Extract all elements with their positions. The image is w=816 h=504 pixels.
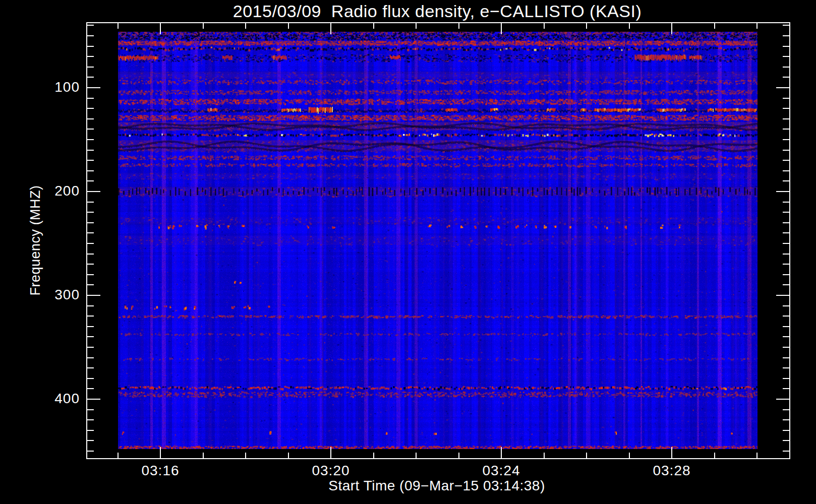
- axis-tick: [783, 347, 789, 348]
- axis-tick: [783, 232, 789, 233]
- axis-tick: [783, 243, 789, 244]
- axis-tick: [87, 98, 94, 99]
- axis-tick: [87, 336, 94, 337]
- axis-tick: [87, 56, 94, 57]
- axis-tick: [87, 118, 94, 119]
- axis-tick: [87, 316, 94, 317]
- axis-tick: [87, 388, 94, 389]
- axis-tick: [776, 295, 789, 296]
- axis-tick: [87, 180, 94, 181]
- axis-tick: [416, 23, 417, 29]
- axis-tick: [87, 243, 94, 244]
- axis-tick: [87, 150, 94, 151]
- axis-tick: [87, 440, 94, 441]
- axis-tick: [501, 23, 502, 34]
- axis-tick: [714, 23, 715, 29]
- axis-tick: [87, 67, 94, 68]
- axis-tick: [87, 264, 94, 265]
- axis-tick: [288, 23, 289, 29]
- axis-tick: [783, 222, 789, 223]
- axis-tick: [87, 25, 94, 26]
- axis-tick: [783, 150, 789, 151]
- axis-tick: [87, 108, 94, 109]
- axis-tick: [458, 23, 459, 29]
- axis-tick: [118, 453, 119, 458]
- x-tick-label-0324: 03:24: [463, 463, 539, 479]
- axis-tick: [87, 35, 94, 36]
- axis-tick: [783, 25, 789, 26]
- axis-tick: [586, 23, 587, 29]
- axis-tick: [87, 191, 100, 192]
- axis-tick: [87, 347, 94, 348]
- axis-tick: [783, 378, 789, 379]
- axis-tick: [783, 56, 789, 57]
- axis-tick: [87, 430, 94, 431]
- axis-tick: [87, 326, 94, 327]
- axis-tick: [783, 326, 789, 327]
- axis-tick: [203, 453, 204, 458]
- axis-tick: [783, 67, 789, 68]
- axis-tick: [203, 23, 204, 29]
- x-tick-label-0320: 03:20: [293, 463, 369, 479]
- axis-tick: [776, 87, 789, 88]
- axis-tick: [783, 108, 789, 109]
- spectrogram-canvas: [118, 32, 757, 449]
- axis-tick: [87, 357, 94, 358]
- axis-tick: [783, 118, 789, 119]
- axis-tick: [783, 430, 789, 431]
- axis-tick: [373, 23, 374, 29]
- axis-tick: [87, 139, 94, 140]
- axis-tick: [783, 357, 789, 358]
- axis-tick: [783, 77, 789, 78]
- axis-tick: [783, 274, 789, 275]
- axis-tick: [87, 305, 94, 306]
- axis-tick: [87, 419, 94, 420]
- axis-tick: [118, 23, 119, 29]
- axis-tick: [586, 453, 587, 458]
- chart-title: 2015/03/09 Radio flux density, e−CALLIST…: [185, 2, 689, 21]
- axis-tick: [776, 399, 789, 400]
- axis-tick: [416, 453, 417, 458]
- axis-tick: [783, 336, 789, 337]
- axis-tick: [87, 129, 94, 130]
- axis-tick: [783, 98, 789, 99]
- axis-tick: [87, 378, 94, 379]
- axis-tick: [783, 160, 789, 161]
- axis-tick: [671, 23, 672, 34]
- axis-tick: [783, 440, 789, 441]
- axis-tick: [87, 170, 94, 171]
- axis-tick: [714, 453, 715, 458]
- axis-tick: [783, 451, 789, 452]
- axis-tick: [544, 23, 545, 29]
- axis-tick: [544, 453, 545, 458]
- spectrogram-page: 2015/03/09 Radio flux density, e−CALLIST…: [0, 0, 816, 504]
- axis-tick: [288, 453, 289, 458]
- axis-tick: [245, 453, 246, 458]
- axis-tick: [458, 453, 459, 458]
- y-tick-label-100: 100: [24, 79, 80, 95]
- axis-tick: [87, 212, 94, 213]
- axis-tick: [776, 191, 789, 192]
- axis-tick: [783, 202, 789, 203]
- axis-tick: [629, 23, 630, 29]
- axis-tick: [783, 212, 789, 213]
- axis-tick: [629, 453, 630, 458]
- axis-tick: [87, 46, 94, 47]
- axis-tick: [671, 447, 672, 458]
- axis-tick: [756, 453, 757, 458]
- axis-tick: [87, 77, 94, 78]
- y-tick-label-300: 300: [24, 287, 80, 303]
- axis-tick: [373, 453, 374, 458]
- axis-tick: [87, 295, 100, 296]
- axis-tick: [783, 170, 789, 171]
- axis-tick: [87, 202, 94, 203]
- axis-tick: [87, 222, 94, 223]
- axis-tick: [87, 87, 100, 88]
- axis-tick: [160, 23, 161, 34]
- axis-tick: [783, 305, 789, 306]
- y-tick-label-400: 400: [24, 391, 80, 407]
- axis-tick: [783, 409, 789, 410]
- axis-tick: [245, 23, 246, 29]
- axis-tick: [87, 160, 94, 161]
- y-tick-label-200: 200: [24, 183, 80, 199]
